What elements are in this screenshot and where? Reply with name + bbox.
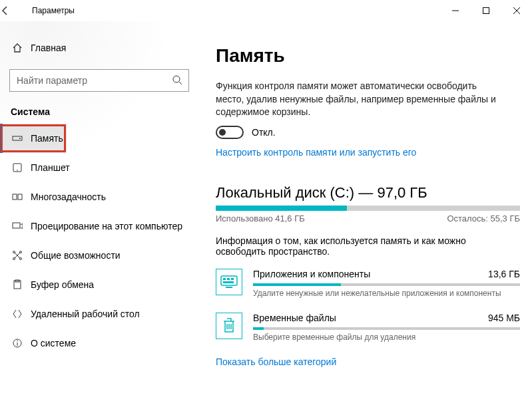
multitasking-icon bbox=[12, 192, 31, 202]
sidebar-item-shared[interactable]: Общие возможности bbox=[0, 241, 200, 270]
svg-rect-26 bbox=[227, 278, 230, 280]
tablet-icon bbox=[12, 162, 31, 173]
category-name: Временные файлы bbox=[253, 313, 336, 323]
svg-point-9 bbox=[17, 170, 18, 171]
section-header: Система bbox=[0, 94, 200, 124]
svg-line-5 bbox=[179, 82, 182, 84]
sidebar-item-storage[interactable]: Память bbox=[0, 124, 67, 153]
sidebar-item-label: Многозадачность bbox=[31, 192, 106, 202]
sidebar-item-projecting[interactable]: Проецирование на этот компьютер bbox=[0, 211, 200, 241]
svg-rect-1 bbox=[483, 8, 489, 14]
disk-free-label: Осталось: 55,3 ГБ bbox=[447, 213, 520, 223]
close-button[interactable] bbox=[501, 0, 532, 21]
configure-storage-sense-link[interactable]: Настроить контроль памяти или запустить … bbox=[216, 147, 520, 158]
disk-desc: Информация о том, как используется памят… bbox=[216, 235, 495, 257]
search-input[interactable] bbox=[9, 69, 189, 92]
category-bar bbox=[253, 327, 520, 330]
title-bar: Параметры bbox=[0, 0, 532, 21]
trash-icon bbox=[216, 313, 242, 339]
home-label: Главная bbox=[31, 43, 66, 53]
svg-rect-11 bbox=[18, 194, 22, 200]
back-button[interactable] bbox=[0, 5, 32, 16]
disk-usage-bar bbox=[216, 206, 520, 211]
category-size: 13,6 ГБ bbox=[488, 269, 520, 279]
sidebar-item-multitasking[interactable]: Многозадачность bbox=[0, 182, 200, 211]
toggle-state-label: Откл. bbox=[252, 127, 276, 138]
sidebar-item-tablet[interactable]: Планшет bbox=[0, 153, 200, 182]
svg-rect-25 bbox=[223, 278, 226, 280]
sidebar: Главная Система Память Планшет bbox=[0, 21, 200, 419]
svg-rect-28 bbox=[223, 281, 234, 283]
clipboard-icon bbox=[12, 279, 31, 290]
shared-icon bbox=[12, 250, 31, 261]
sidebar-item-label: Удаленный рабочий стол bbox=[31, 309, 140, 319]
home-icon bbox=[12, 43, 31, 53]
sidebar-item-label: О системе bbox=[31, 338, 76, 349]
category-hint: Удалите ненужные или нежелательные прило… bbox=[253, 289, 520, 298]
category-hint: Выберите временные файлы для удаления bbox=[253, 333, 520, 342]
storage-sense-toggle[interactable] bbox=[216, 126, 244, 139]
sidebar-item-remote[interactable]: Удаленный рабочий стол bbox=[0, 299, 200, 329]
sidebar-item-about[interactable]: О системе bbox=[0, 329, 200, 358]
svg-point-4 bbox=[173, 76, 180, 82]
home-link[interactable]: Главная bbox=[0, 35, 200, 61]
maximize-button[interactable] bbox=[471, 0, 501, 21]
window-title: Параметры bbox=[32, 6, 440, 15]
search-icon bbox=[172, 74, 182, 85]
apps-icon bbox=[216, 269, 242, 295]
sidebar-item-label: Буфер обмена bbox=[31, 279, 94, 290]
minimize-button[interactable] bbox=[440, 0, 471, 21]
page-title: Память bbox=[216, 45, 520, 67]
drive-icon bbox=[12, 133, 31, 144]
category-name: Приложения и компоненты bbox=[253, 269, 370, 279]
sidebar-item-clipboard[interactable]: Буфер обмена bbox=[0, 270, 200, 299]
category-apps[interactable]: Приложения и компоненты 13,6 ГБ Удалите … bbox=[216, 269, 520, 298]
info-icon bbox=[12, 338, 31, 349]
sidebar-item-label: Планшет bbox=[31, 162, 70, 173]
svg-rect-29 bbox=[226, 287, 232, 288]
content-area: Память Функция контроля памяти может авт… bbox=[200, 21, 532, 419]
svg-point-7 bbox=[19, 138, 21, 139]
disk-title: Локальный диск (C:) — 97,0 ГБ bbox=[216, 184, 520, 202]
svg-rect-24 bbox=[221, 276, 237, 285]
svg-point-23 bbox=[17, 341, 18, 342]
category-size: 945 МБ bbox=[488, 313, 520, 323]
sidebar-item-label: Проецирование на этот компьютер bbox=[31, 221, 182, 231]
sidebar-item-label: Память bbox=[31, 133, 63, 144]
category-bar bbox=[253, 283, 520, 286]
remote-icon bbox=[12, 309, 31, 319]
svg-rect-10 bbox=[13, 194, 17, 200]
disk-used-label: Использовано 41,6 ГБ bbox=[216, 213, 305, 223]
storage-sense-desc: Функция контроля памяти может автоматиче… bbox=[216, 80, 502, 119]
show-more-categories-link[interactable]: Показать больше категорий bbox=[216, 356, 520, 367]
projecting-icon bbox=[12, 221, 31, 231]
category-temp[interactable]: Временные файлы 945 МБ Выберите временны… bbox=[216, 313, 520, 342]
svg-rect-12 bbox=[13, 223, 20, 228]
svg-rect-27 bbox=[231, 278, 234, 280]
sidebar-item-label: Общие возможности bbox=[31, 250, 121, 261]
